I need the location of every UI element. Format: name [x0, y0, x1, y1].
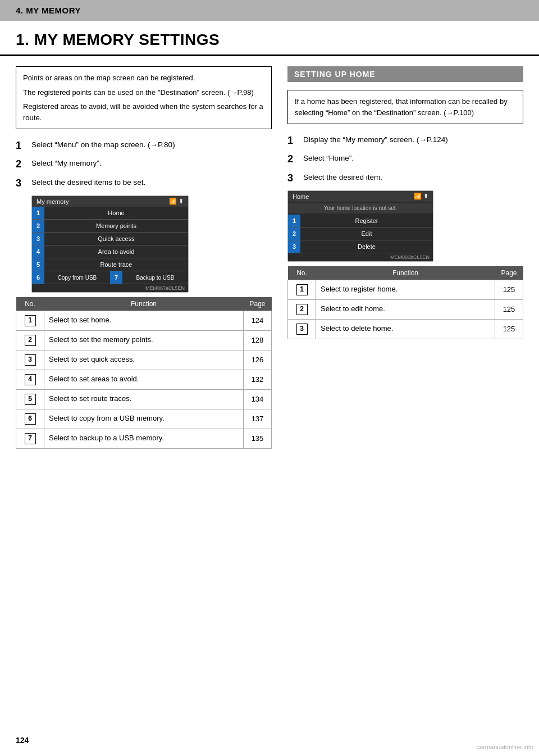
col-header-page-right: Page [495, 266, 523, 280]
right-column: SETTING UP HOME If a home has been regis… [287, 66, 523, 449]
row-num-1: 1 [32, 207, 44, 219]
info-box-left: Points or areas on the map screen can be… [16, 66, 272, 129]
step-text-r3: Select the desired item. [303, 172, 382, 183]
row-label-4: Area to avoid [44, 247, 188, 257]
home-row-2: 2 Edit [288, 227, 433, 240]
right-row-num: 3 [288, 320, 316, 339]
left-column: Points or areas on the map screen can be… [16, 66, 272, 449]
home-screen: Home 📶 ⬆ Your home location is not set. … [287, 190, 433, 262]
right-row-function: Select to register home. [316, 280, 495, 300]
chapter-header: 4. MY MEMORY [0, 0, 539, 21]
row-label-3: Quick access [44, 234, 188, 244]
home-row-num-1: 1 [288, 215, 300, 227]
info-text-right: If a home has been registered, that info… [295, 96, 516, 118]
info-line-1: Points or areas on the map screen can be… [23, 72, 264, 84]
col-header-function-left: Function [44, 297, 244, 311]
right-row-function: Select to delete home. [316, 320, 495, 339]
step-2-left: 2 Select “My memory”. [16, 158, 272, 171]
section-header-right: SETTING UP HOME [287, 66, 523, 82]
step-2-right: 2 Select “Home”. [287, 153, 523, 166]
left-row-num: 6 [16, 409, 44, 429]
screen-row-bottom: 6 Copy from USB 7 Backup to USB [32, 271, 188, 284]
right-row-page: 125 [495, 280, 523, 300]
home-row-num-3: 3 [288, 240, 300, 253]
left-row-function: Select to set areas to avoid. [44, 370, 244, 390]
left-row-num: 3 [16, 350, 44, 370]
left-row-page: 126 [244, 350, 272, 370]
step-text-2: Select “My memory”. [31, 158, 102, 169]
row-label-1: Home [44, 208, 188, 218]
left-table-row: 2 Select to set the memory points. 128 [16, 331, 272, 350]
left-table-row: 3 Select to set quick access. 126 [16, 350, 272, 370]
left-row-function: Select to set home. [44, 311, 244, 331]
row-label-2: Memory points [44, 221, 188, 231]
left-row-page: 135 [244, 429, 272, 449]
screen-row-5: 5 Route trace [32, 258, 188, 271]
row-num-6: 6 [32, 271, 44, 284]
left-table-row: 4 Select to set areas to avoid. 132 [16, 370, 272, 390]
left-row-num: 7 [16, 429, 44, 449]
home-screen-note: Your home location is not set. [288, 203, 433, 213]
step-num-1: 1 [16, 139, 28, 152]
step-1-right: 1 Display the “My memory” screen. (→P.12… [287, 134, 523, 147]
page-title: 1. MY MEMORY SETTINGS [0, 21, 539, 56]
info-line-2: The registered points can be used on the… [23, 87, 264, 98]
row-num-7: 7 [110, 271, 122, 284]
step-text-3: Select the desired items to be set. [31, 177, 145, 188]
content-area: Points or areas on the map screen can be… [0, 66, 539, 449]
right-row-page: 125 [495, 320, 523, 339]
col-header-page-left: Page [244, 297, 272, 311]
left-row-function: Select to copy from a USB memory. [44, 409, 244, 429]
row-label-7: Backup to USB [122, 273, 188, 283]
my-memory-screen: My memory 📶 ⬆ 1 Home 2 Memory points 3 Q… [31, 195, 189, 293]
left-row-num: 4 [16, 370, 44, 390]
home-row-label-2: Edit [300, 229, 433, 239]
left-table-row: 6 Select to copy from a USB memory. 137 [16, 409, 272, 429]
page-number: 124 [16, 736, 29, 745]
col-header-no-right: No. [288, 266, 316, 280]
right-row-num: 1 [288, 280, 316, 300]
info-box-right: If a home has been registered, that info… [287, 90, 523, 124]
screen-row-2: 2 Memory points [32, 220, 188, 233]
step-text-r2: Select “Home”. [303, 153, 354, 164]
row-label-6: Copy from USB [44, 273, 110, 283]
step-1-left: 1 Select “Menu” on the map screen. (→P.8… [16, 139, 272, 152]
left-row-num: 5 [16, 390, 44, 409]
step-num-r3: 3 [287, 172, 300, 185]
right-table-row: 1 Select to register home. 125 [288, 280, 523, 300]
row-label-5: Route trace [44, 259, 188, 270]
screen-icons: 📶 ⬆ [169, 198, 184, 205]
left-row-page: 128 [244, 331, 272, 350]
chapter-title: 4. MY MEMORY [16, 6, 81, 15]
home-row-1: 1 Register [288, 215, 433, 227]
row-num-2: 2 [32, 220, 44, 232]
step-text-1: Select “Menu” on the map screen. (→P.80) [31, 139, 175, 151]
left-table-row: 1 Select to set home. 124 [16, 311, 272, 331]
screen-footer-left: MEM067aCL5EN [32, 284, 188, 292]
left-table-row: 5 Select to set route traces. 134 [16, 390, 272, 409]
home-row-3: 3 Delete [288, 240, 433, 253]
home-row-label-3: Delete [300, 242, 433, 252]
left-table-row: 7 Select to backup to a USB memory. 135 [16, 429, 272, 449]
left-row-page: 134 [244, 390, 272, 409]
home-screen-icons: 📶 ⬆ [414, 193, 428, 200]
left-row-num: 1 [16, 311, 44, 331]
right-row-num: 2 [288, 300, 316, 320]
row-num-4: 4 [32, 245, 44, 258]
left-row-page: 137 [244, 409, 272, 429]
step-num-r1: 1 [287, 134, 300, 147]
screen-row-4: 4 Area to avoid [32, 245, 188, 258]
row-num-3: 3 [32, 233, 44, 245]
screen-row-1: 1 Home [32, 207, 188, 220]
left-row-page: 132 [244, 370, 272, 390]
screen-header: My memory 📶 ⬆ [32, 196, 188, 207]
step-3-left: 3 Select the desired items to be set. [16, 177, 272, 190]
right-table-row: 2 Select to edit home. 125 [288, 300, 523, 320]
left-row-function: Select to set the memory points. [44, 331, 244, 350]
home-screen-header: Home 📶 ⬆ [288, 191, 433, 202]
step-num-r2: 2 [287, 153, 300, 166]
right-table-row: 3 Select to delete home. 125 [288, 320, 523, 339]
step-num-2: 2 [16, 158, 28, 171]
left-row-function: Select to set route traces. [44, 390, 244, 409]
home-screen-footer: MEM001bCL5EN [288, 253, 433, 261]
